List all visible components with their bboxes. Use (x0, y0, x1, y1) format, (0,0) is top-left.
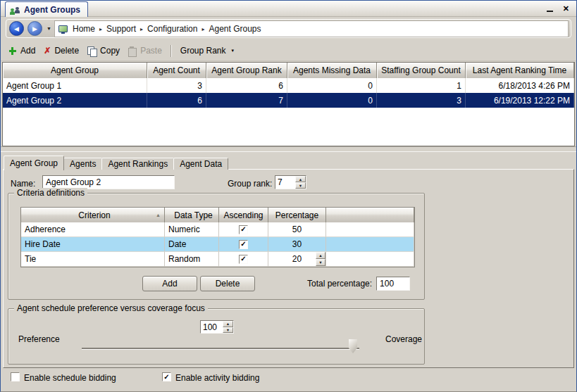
column-header-agent-group-rank[interactable]: Agent Group Rank (206, 63, 287, 78)
group-rank-label: Group Rank (180, 46, 226, 56)
forward-button[interactable]: ▶ (27, 21, 42, 36)
add-button[interactable]: Add (4, 44, 39, 57)
cell-criterion: Adherence (21, 222, 165, 237)
ascending-checkbox[interactable]: ✓ (239, 240, 248, 249)
cell-percentage: 30 (268, 237, 326, 252)
preference-slider-track[interactable] (82, 348, 359, 349)
total-percentage-label: Total percentage: (307, 279, 372, 289)
column-header-agent-count[interactable]: Agent Count (147, 63, 206, 78)
column-header-agent-group[interactable]: Agent Group (3, 63, 147, 78)
name-label: Name: (11, 179, 35, 189)
criteria-delete-button[interactable]: Delete (200, 276, 255, 291)
column-header-filler (326, 208, 414, 222)
paste-button[interactable]: Paste (124, 44, 166, 57)
column-header-staffing-group-count[interactable]: Staffing Group Count (377, 63, 466, 78)
group-rank-value: 7 (275, 176, 295, 189)
group-rank-menu-button[interactable]: Group Rank ▾ (176, 44, 238, 57)
cell-agent-count: 3 (147, 78, 206, 93)
cell-agent-count: 6 (147, 93, 206, 108)
tab-agent-rankings[interactable]: Agent Rankings (101, 158, 174, 170)
criteria-definitions-groupbox: Criteria definitions Criterion ▲ Data Ty… (8, 193, 425, 300)
enable-schedule-bidding-checkbox[interactable] (11, 372, 20, 381)
criteria-row-selected[interactable]: Hire Date Date ✓ 30 (21, 237, 414, 252)
criteria-definitions-title: Criteria definitions (14, 188, 87, 198)
cell-agent-group-rank: 6 (206, 78, 287, 93)
breadcrumb-separator-icon: ▸ (201, 26, 204, 32)
breadcrumb-separator-icon: ▸ (99, 26, 102, 32)
navigation-bar: ◀ ▶ ▼ Home ▸ Support ▸ Configuration ▸ A… (1, 17, 576, 41)
copy-button[interactable]: Copy (83, 44, 124, 57)
percentage-value: 20 (292, 254, 302, 264)
spin-down-icon[interactable]: ▼ (223, 327, 233, 334)
tab-agent-group[interactable]: Agent Group (4, 156, 64, 170)
breadcrumb-item-support[interactable]: Support (106, 24, 136, 34)
spin-up-icon[interactable]: ▲ (223, 321, 233, 327)
breadcrumb-separator-icon: ▸ (140, 26, 143, 32)
column-header-percentage[interactable]: Percentage (268, 208, 326, 222)
preference-spinner[interactable]: 100 ▲ ▼ (200, 320, 234, 334)
spin-down-icon[interactable]: ▼ (316, 259, 325, 266)
cell-data-type: Numeric (165, 222, 219, 237)
group-rank-spinner[interactable]: 7 ▲ ▼ (275, 175, 306, 189)
cell-data-type: Random (165, 252, 219, 267)
breadcrumb-item-agent-groups[interactable]: Agent Groups (209, 24, 261, 34)
ascending-checkbox[interactable]: ✓ (239, 255, 248, 264)
cell-last-agent-ranking-time: 6/19/2013 12:22 PM (466, 93, 574, 108)
percentage-spinner[interactable]: ▲ ▼ (316, 252, 325, 266)
nav-history-dropdown-icon[interactable]: ▼ (46, 26, 51, 31)
criteria-header-row: Criterion ▲ Data Type Ascending Percenta… (21, 208, 414, 222)
ascending-checkbox[interactable]: ✓ (239, 225, 248, 234)
window-controls: ✕ (547, 4, 569, 13)
add-button-label: Add (20, 46, 35, 56)
toolbar-separator (170, 45, 172, 57)
copy-button-label: Copy (100, 46, 120, 56)
column-header-data-type[interactable]: Data Type (165, 208, 219, 222)
delete-button[interactable]: ✗ Delete (39, 44, 83, 57)
name-field[interactable] (42, 175, 175, 189)
total-percentage-field[interactable]: 100 (376, 277, 410, 291)
cell-agents-missing-data: 0 (287, 93, 377, 108)
home-icon (58, 25, 68, 32)
column-header-last-agent-ranking-time[interactable]: Last Agent Ranking Time (466, 63, 574, 78)
paste-icon (128, 46, 137, 56)
breadcrumb-item-home[interactable]: Home (73, 24, 95, 34)
toolbar: Add ✗ Delete Copy Paste Group Rank ▾ (1, 41, 576, 61)
splitter[interactable] (1, 146, 576, 151)
spin-down-icon[interactable]: ▼ (295, 182, 306, 189)
table-row-selected[interactable]: Agent Group 2 6 7 0 3 6/19/2013 12:22 PM (3, 93, 574, 108)
table-header-row: Agent Group Agent Count Agent Group Rank… (3, 63, 574, 78)
close-icon[interactable]: ✕ (563, 4, 569, 13)
pin-icon[interactable] (547, 11, 553, 12)
criteria-table: Criterion ▲ Data Type Ascending Percenta… (20, 207, 415, 267)
document-tab-agent-groups[interactable]: Agent Groups (5, 1, 88, 17)
enable-activity-bidding-label[interactable]: Enable activity bidding (175, 373, 259, 383)
cell-data-type: Date (165, 237, 219, 252)
back-button[interactable]: ◀ (9, 21, 24, 36)
criteria-row[interactable]: Adherence Numeric ✓ 50 (21, 222, 414, 237)
total-percentage: Total percentage: 100 (307, 277, 410, 291)
preference-slider-thumb[interactable] (349, 339, 357, 353)
column-header-ascending[interactable]: Ascending (219, 208, 268, 222)
criteria-row[interactable]: Tie Random ✓ 20 ▲ ▼ (21, 252, 414, 267)
cell-staffing-group-count: 1 (377, 78, 466, 93)
column-header-criterion[interactable]: Criterion ▲ (21, 208, 165, 222)
navigation-bar-inner: ◀ ▶ ▼ Home ▸ Support ▸ Configuration ▸ A… (6, 19, 571, 38)
column-header-agents-missing-data[interactable]: Agents Missing Data (287, 63, 377, 78)
document-tab-label: Agent Groups (24, 5, 80, 15)
criteria-add-button[interactable]: Add (142, 276, 197, 291)
tab-page-agent-group: Name: Group rank: 7 ▲ ▼ Criteria definit… (3, 169, 574, 368)
enable-activity-bidding-checkbox[interactable]: ✓ (162, 372, 171, 381)
spin-up-icon[interactable]: ▲ (295, 176, 306, 182)
coverage-label: Coverage (385, 334, 422, 344)
tab-agents[interactable]: Agents (63, 158, 102, 170)
table-row[interactable]: Agent Group 1 3 6 0 1 6/18/2013 4:26 PM (3, 78, 574, 93)
cell-ascending: ✓ (219, 252, 268, 267)
breadcrumb-item-configuration[interactable]: Configuration (147, 24, 197, 34)
delete-button-label: Delete (54, 46, 79, 56)
spin-up-icon[interactable]: ▲ (316, 252, 325, 259)
tab-agent-data[interactable]: Agent Data (173, 158, 228, 170)
paste-button-label: Paste (140, 46, 162, 56)
enable-schedule-bidding-label[interactable]: Enable schedule bidding (24, 373, 116, 383)
cell-percentage: 20 ▲ ▼ (268, 252, 326, 267)
cell-agent-group: Agent Group 2 (3, 93, 147, 108)
